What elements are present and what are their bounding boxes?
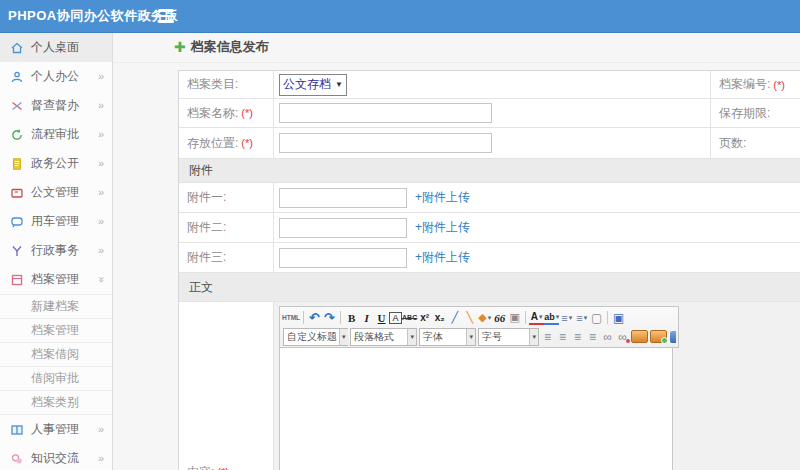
sidebar-item-document-mgmt[interactable]: 公文管理 » (0, 178, 112, 207)
attachment-3-input[interactable] (279, 248, 407, 268)
sidebar-item-personal-desktop[interactable]: 个人桌面 (0, 33, 112, 62)
form-row-attachment-1: 附件一: +附件上传 (179, 183, 800, 213)
attachment-2-input[interactable] (279, 218, 407, 238)
chevron-down-icon: ▾ (529, 329, 538, 345)
chevron-right-icon: » (98, 216, 104, 227)
fill-color-icon[interactable]: ◆ (477, 310, 492, 326)
chevron-right-icon: » (98, 71, 104, 82)
divider (303, 311, 304, 324)
flash-image-icon[interactable] (650, 330, 667, 343)
font-size-select[interactable]: 字号▾ (478, 328, 539, 346)
chevron-down-icon: ▾ (466, 329, 475, 345)
divider (607, 311, 608, 324)
align-right-icon[interactable]: ≡ (570, 329, 585, 345)
italic-icon[interactable]: I (359, 310, 374, 326)
sidebar-item-process-approval[interactable]: 流程审批 » (0, 120, 112, 149)
pages-label: 页数: (710, 128, 800, 158)
gov-public-icon (10, 157, 24, 171)
archive-icon (10, 273, 24, 287)
document-folder-icon (10, 186, 24, 200)
sidebar-item-vehicle-mgmt[interactable]: 用车管理 » (0, 207, 112, 236)
sidebar-subitem-borrow-approval[interactable]: 借阅审批 (0, 366, 112, 390)
attachment-1-input[interactable] (279, 188, 407, 208)
attachments-section-header: 附件 (179, 159, 800, 183)
sidebar-subitem-archive-borrow[interactable]: 档案借阅 (0, 342, 112, 366)
fullscreen-icon[interactable]: ▣ (611, 310, 626, 326)
underline-icon[interactable]: U (374, 310, 389, 326)
sidebar: 个人桌面 个人办公 » 督查督办 » 流程审批 » 政务公开 » 公文管理 » … (0, 33, 113, 470)
custom-heading-select[interactable]: 自定义标题▾ (283, 328, 348, 346)
page-title: 档案信息发布 (191, 38, 269, 56)
sidebar-item-supervision[interactable]: 督查督办 » (0, 91, 112, 120)
supervise-icon (10, 99, 24, 113)
attachment-3-upload-link[interactable]: +附件上传 (415, 249, 470, 266)
bold-icon[interactable]: B (344, 310, 359, 326)
align-justify-icon[interactable]: ≡ (585, 329, 600, 345)
editor-toolbar-row2: 自定义标题▾段落格式▾字体▾字号▾≡≡≡≡∞∞⊞ (282, 327, 676, 346)
link-icon[interactable]: ∞ (600, 329, 615, 345)
undo-icon[interactable]: ↶ (307, 310, 322, 326)
sidebar-subitem-archive-category[interactable]: 档案类别 (0, 390, 112, 414)
menu-toggle-icon[interactable] (158, 9, 174, 23)
divider (340, 311, 341, 324)
highlight-color-icon[interactable]: ab (544, 311, 559, 325)
add-plus-icon: ✚ (174, 39, 186, 55)
media-icon[interactable] (670, 331, 676, 343)
user-icon (10, 70, 24, 84)
paste-icon[interactable]: ▣ (507, 310, 522, 326)
name-label: 档案名称:(*) (179, 99, 274, 127)
page-header: ✚ 档案信息发布 (113, 32, 800, 63)
paragraph-format-select[interactable]: 段落格式▾ (350, 328, 417, 346)
form-row-category: 档案类目: 公文存档 ▼ 档案编号:(*) (179, 71, 800, 99)
strikethrough-icon[interactable]: ABC (402, 310, 417, 326)
superscript-icon[interactable]: x² (417, 310, 432, 326)
unordered-list-icon[interactable]: ≡ (574, 310, 589, 326)
image-icon[interactable] (631, 330, 648, 343)
archive-name-input[interactable] (279, 103, 492, 123)
editor-content-area[interactable] (279, 348, 673, 470)
source-code-icon[interactable]: HTML (282, 310, 300, 326)
topbar: PHPOA协同办公软件政务版 (0, 0, 800, 33)
attachment-2-upload-link[interactable]: +附件上传 (415, 219, 470, 236)
new-page-icon[interactable]: ▢ (589, 310, 604, 326)
align-left-icon[interactable]: ≡ (540, 329, 555, 345)
attachment-1-upload-link[interactable]: +附件上传 (415, 189, 470, 206)
remove-format-icon[interactable]: ╱ (447, 310, 462, 326)
form-row-location: 存放位置:(*) 页数: (179, 128, 800, 159)
font-size-select-label: 字号 (482, 330, 502, 344)
rich-text-editor: HTML↶↷BIUAABCx²x₂╱╲◆66▣Aab≡≡▢▣ 自定义标题▾段落格… (279, 306, 679, 470)
blockquote-icon[interactable]: 66 (492, 310, 507, 326)
sidebar-item-admin-affairs[interactable]: 行政事务 » (0, 236, 112, 265)
font-family-select[interactable]: 字体▾ (419, 328, 476, 346)
ordered-list-icon[interactable]: ≡ (559, 310, 574, 326)
redo-icon[interactable]: ↷ (322, 310, 337, 326)
category-select[interactable]: 公文存档 ▼ (279, 74, 347, 96)
form-row-name: 档案名称:(*) 保存期限: — (179, 99, 800, 128)
sidebar-item-personal-office[interactable]: 个人办公 » (0, 62, 112, 91)
attachment-1-label: 附件一: (179, 183, 274, 212)
sidebar-subitem-archive-mgmt[interactable]: 档案管理 (0, 318, 112, 342)
vehicle-icon (10, 215, 24, 229)
period-label: 保存期限: (710, 99, 800, 127)
hr-icon (10, 423, 24, 437)
custom-heading-select-label: 自定义标题 (287, 330, 337, 344)
unlink-icon[interactable]: ∞ (615, 329, 630, 345)
sidebar-item-gov-public[interactable]: 政务公开 » (0, 149, 112, 178)
location-label: 存放位置:(*) (179, 128, 274, 158)
subscript-icon[interactable]: x₂ (432, 310, 447, 326)
sidebar-item-hr-mgmt[interactable]: 人事管理 » (0, 415, 112, 444)
paint-brush-icon[interactable]: ╲ (462, 310, 477, 326)
font-color-icon[interactable]: A (529, 311, 544, 325)
align-center-icon[interactable]: ≡ (555, 329, 570, 345)
sidebar-subitem-new-archive[interactable]: 新建档案 (0, 294, 112, 318)
chevron-right-icon: » (98, 453, 104, 464)
form-row-attachment-3: 附件三: +附件上传 (179, 243, 800, 273)
sidebar-submenu-archive: 新建档案 档案管理 档案借阅 借阅审批 档案类别 (0, 294, 112, 415)
form-row-attachment-2: 附件二: +附件上传 (179, 213, 800, 243)
font-frame-icon[interactable]: A (389, 312, 402, 324)
sidebar-item-archive-mgmt[interactable]: 档案管理 » (0, 265, 112, 294)
sidebar-item-knowledge[interactable]: 知识交流 » (0, 444, 112, 470)
storage-location-input[interactable] (279, 133, 492, 153)
process-approval-icon (10, 128, 24, 142)
chevron-right-icon: » (98, 158, 104, 169)
